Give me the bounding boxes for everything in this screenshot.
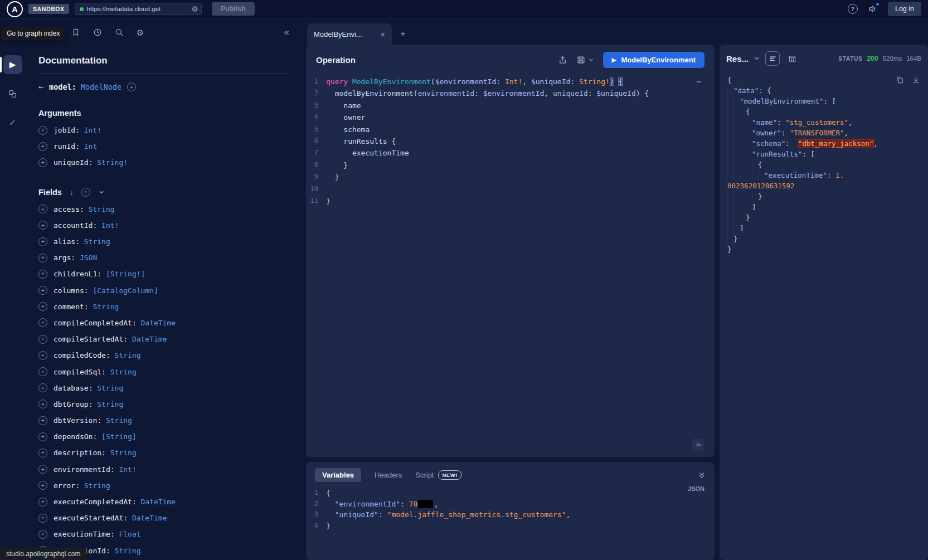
add-to-operation-icon[interactable]: + — [38, 254, 47, 262]
field-row[interactable]: +dependsOn: [String] — [38, 428, 289, 445]
field-row[interactable]: +columns: [CatalogColumn] — [38, 283, 289, 299]
add-to-operation-icon[interactable]: + — [38, 498, 47, 507]
code-line[interactable]: 8 } — [306, 159, 715, 171]
add-to-operation-icon[interactable]: + — [38, 514, 47, 523]
share-icon[interactable] — [558, 55, 567, 65]
add-to-operation-icon[interactable]: + — [38, 530, 47, 539]
code-line[interactable]: 10 — [306, 183, 715, 195]
add-type-icon[interactable]: + — [127, 82, 136, 91]
field-row[interactable]: +dbtGroup: String — [38, 396, 289, 412]
add-to-operation-icon[interactable]: + — [38, 335, 47, 344]
field-row[interactable]: +args: JSON — [38, 250, 289, 266]
chevron-down-icon[interactable] — [98, 189, 105, 196]
add-to-operation-icon[interactable]: + — [38, 221, 47, 230]
operation-editor[interactable]: ⋯ ⌨ 1query ModelByEnvironment($environme… — [306, 74, 715, 457]
argument-row[interactable]: +uniqueId: String! — [38, 154, 289, 171]
add-to-operation-icon[interactable]: + — [38, 302, 47, 311]
add-to-operation-icon[interactable]: + — [38, 432, 47, 441]
tab-variables[interactable]: Variables — [315, 468, 361, 482]
field-row[interactable]: +executeCompletedAt: DateTime — [38, 494, 289, 510]
login-button[interactable]: Log in — [888, 2, 921, 16]
search-icon[interactable] — [115, 28, 124, 37]
copy-response-icon[interactable] — [896, 76, 904, 84]
add-all-fields-icon[interactable]: + — [81, 188, 90, 197]
nav-explorer-icon[interactable]: ▶ — [3, 55, 22, 74]
history-icon[interactable] — [93, 28, 102, 37]
breadcrumb-type[interactable]: ModelNode — [81, 82, 122, 91]
tab-headers[interactable]: Headers — [375, 471, 402, 479]
add-to-operation-icon[interactable]: + — [38, 237, 47, 246]
field-row[interactable]: +description: String — [38, 445, 289, 461]
code-line[interactable]: 7 executionTime — [306, 147, 715, 159]
sort-fields-icon[interactable]: ↓ — [70, 188, 74, 197]
code-line[interactable]: 2 modelByEnvironment(environmentId: $env… — [306, 87, 715, 99]
field-row[interactable]: +accountId: Int! — [38, 217, 289, 233]
code-line[interactable]: 9 } — [306, 171, 715, 183]
line-actions-icon[interactable]: ⋯ — [697, 76, 702, 87]
save-icon[interactable] — [576, 55, 586, 65]
code-line[interactable]: 4 owner — [306, 111, 715, 123]
field-row[interactable]: +compiledCode: String — [38, 347, 289, 363]
add-to-operation-icon[interactable]: + — [38, 367, 47, 376]
connection-settings-gear-icon[interactable]: ⚙ — [191, 5, 198, 13]
field-row[interactable]: +environmentId: Int! — [38, 461, 289, 478]
nav-schema-icon[interactable] — [3, 84, 22, 103]
add-to-operation-icon[interactable]: + — [38, 351, 47, 360]
code-line[interactable]: 5 schema — [306, 124, 715, 135]
field-row[interactable]: +dbtVersion: String — [38, 412, 289, 428]
collapse-panel-icon[interactable]: « — [284, 27, 289, 38]
field-row[interactable]: +executionTime: Float — [38, 526, 289, 542]
add-to-operation-icon[interactable]: + — [38, 126, 47, 135]
add-tab-button[interactable]: + — [393, 23, 413, 45]
save-group[interactable] — [576, 55, 594, 65]
run-operation-button[interactable]: ▶ ModelByEnvironment — [603, 52, 704, 68]
keyboard-shortcuts-icon[interactable]: ⌨ — [692, 439, 704, 451]
code-line[interactable]: 4} — [306, 520, 715, 532]
close-tab-icon[interactable]: × — [380, 30, 385, 39]
field-row[interactable]: +comment: String — [38, 299, 289, 315]
add-to-operation-icon[interactable]: + — [38, 286, 47, 295]
code-line[interactable]: 3 "uniqueId": "model.jaffle_shop_metrics… — [306, 509, 715, 520]
variables-editor[interactable]: 1{2 "environmentId": 78,3 "uniqueId": "m… — [306, 486, 715, 560]
bookmark-icon[interactable] — [71, 28, 80, 37]
download-response-icon[interactable] — [912, 76, 920, 84]
field-row[interactable]: +alias: String — [38, 233, 289, 250]
add-to-operation-icon[interactable]: + — [38, 270, 47, 279]
tab-modelbyenvironment[interactable]: ModelByEnvi... × — [307, 23, 392, 45]
announcements-icon[interactable] — [868, 4, 878, 14]
add-to-operation-icon[interactable]: + — [38, 158, 47, 167]
endpoint-url-input[interactable]: https://metadata.cloud.get ⚙ — [75, 3, 202, 15]
code-line[interactable]: 3 name — [306, 100, 715, 111]
add-to-operation-icon[interactable]: + — [38, 400, 47, 408]
field-row[interactable]: +executeStartedAt: DateTime — [38, 510, 289, 526]
publish-button[interactable]: Publish — [212, 2, 255, 16]
add-to-operation-icon[interactable]: + — [38, 204, 47, 213]
apollo-logo[interactable]: A — [7, 1, 23, 17]
add-to-operation-icon[interactable]: + — [38, 383, 47, 392]
field-row[interactable]: +access: String — [38, 201, 289, 217]
view-table-button[interactable] — [785, 51, 799, 66]
add-to-operation-icon[interactable]: + — [38, 465, 47, 474]
nav-checks-icon[interactable]: ✓ — [3, 113, 22, 132]
add-to-operation-icon[interactable]: + — [38, 481, 47, 490]
add-to-operation-icon[interactable]: + — [38, 416, 47, 425]
settings-gear-icon[interactable]: ⚙ — [137, 28, 144, 37]
view-raw-button[interactable] — [765, 51, 780, 66]
back-arrow-icon[interactable]: ← — [38, 82, 43, 92]
argument-row[interactable]: +jobId: Int! — [38, 122, 289, 138]
save-caret-icon[interactable] — [588, 57, 594, 63]
collapse-variables-icon[interactable] — [698, 471, 706, 479]
argument-row[interactable]: +runId: Int — [38, 138, 289, 154]
response-caret-icon[interactable] — [754, 55, 760, 62]
add-to-operation-icon[interactable]: + — [38, 142, 47, 151]
field-row[interactable]: +compileCompletedAt: DateTime — [38, 315, 289, 331]
add-to-operation-icon[interactable]: + — [38, 449, 47, 457]
field-row[interactable]: +childrenL1: [String!] — [38, 266, 289, 282]
code-line[interactable]: 2 "environmentId": 78, — [306, 499, 715, 510]
code-line[interactable]: 1query ModelByEnvironment($environmentId… — [306, 76, 715, 87]
field-row[interactable]: +database: String — [38, 380, 289, 396]
code-line[interactable]: 6 runResults { — [306, 135, 715, 147]
code-line[interactable]: 1{ — [306, 488, 715, 499]
endpoint-url[interactable]: https://metadata.cloud.get — [87, 6, 188, 12]
field-row[interactable]: +compiledSql: String — [38, 363, 289, 379]
